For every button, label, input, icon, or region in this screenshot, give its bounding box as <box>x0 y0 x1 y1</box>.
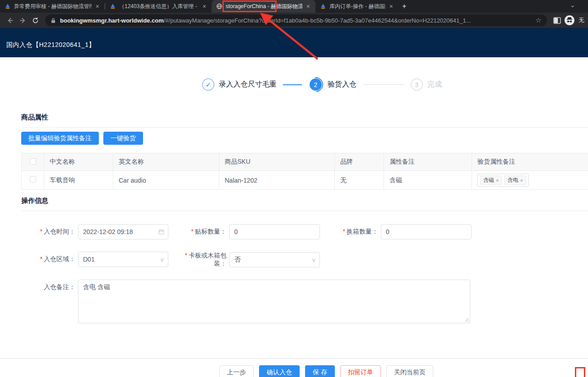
cell-cn-name: 车载音响 <box>44 171 113 190</box>
required-mark: * <box>40 228 42 235</box>
cell-brand: 无 <box>335 171 384 190</box>
tab-warehouse-order[interactable]: 库内订单-操作 - 赫德国际物流管 × <box>315 0 398 13</box>
col-check-attr-note: 验货属性备注 <box>472 153 588 171</box>
col-attr-note: 属性备注 <box>384 153 472 171</box>
field-storage-area: *入仓区域： ∨ <box>18 252 168 267</box>
one-click-inspect-button[interactable]: 一键验货 <box>103 132 143 145</box>
cell-attr-note: 含磁 <box>384 171 472 190</box>
footer-buttons: 上一步 确认入仓 保 存 扣留订单 关闭当前页 <box>219 365 433 377</box>
forward-icon[interactable] <box>16 14 29 27</box>
required-mark: * <box>343 228 345 235</box>
section-divider <box>21 211 588 211</box>
field-label-qty: *贴标数量： <box>190 224 320 239</box>
tag-close-icon[interactable]: × <box>496 178 499 183</box>
close-current-page-button[interactable]: 关闭当前页 <box>386 365 433 377</box>
cell-sku: Nalan-1202 <box>219 171 335 190</box>
tab-title-rest: - 赫德国际物流 <box>266 3 302 9</box>
label-qty-input[interactable] <box>229 224 320 239</box>
field-box-change-qty: *换箱数量： <box>341 224 472 239</box>
field-label: *入仓时间： <box>18 228 78 236</box>
main-content: ✓ 录入入仓尺寸毛重 2 验货入仓 3 完成 商品属性 批量编辑验货属性备注 一… <box>0 57 588 377</box>
hart-logo-favicon <box>5 3 11 9</box>
url-text: bookingwmsmgr.hart-worldwide.com/#/putaw… <box>60 17 532 24</box>
storage-time-input[interactable] <box>78 224 168 239</box>
step-enter-size-weight: ✓ 录入入仓尺寸毛重 <box>202 78 277 91</box>
stepper: ✓ 录入入仓尺寸毛重 2 验货入仓 3 完成 <box>28 77 588 92</box>
section-divider <box>21 127 588 128</box>
pallet-wooden-box-select[interactable] <box>229 252 320 267</box>
profile-label: 无 <box>579 16 584 24</box>
field-label: *卡板或木箱包装： <box>174 252 229 268</box>
check-attr-tags-input[interactable]: 含磁× 含电× <box>477 174 529 187</box>
url-domain: bookingwmsmgr.hart-worldwide.com <box>60 17 164 24</box>
footer-divider <box>0 358 588 359</box>
tag-label: 含电 <box>507 176 518 184</box>
box-change-qty-input[interactable] <box>381 224 472 239</box>
chevron-down-icon[interactable]: ⌄ <box>569 1 575 9</box>
step-label: 验货入仓 <box>328 80 357 89</box>
page-title: 国内入仓【H2212020641_1】 <box>6 41 95 49</box>
reload-icon[interactable] <box>29 14 42 27</box>
storage-remark-text: 含电 含磁 <box>83 283 110 290</box>
field-label: *贴标数量： <box>190 228 229 236</box>
close-icon[interactable]: × <box>95 3 100 9</box>
batch-edit-check-notes-button[interactable]: 批量编辑验货属性备注 <box>21 132 99 145</box>
url-path: /#/putawayManage/storageForChina?orderId… <box>164 17 471 24</box>
field-storage-time: *入仓时间： <box>18 224 168 239</box>
detain-order-button[interactable]: 扣留订单 <box>340 365 381 377</box>
section-title-operation-info: 操作信息 <box>21 197 48 205</box>
hart-logo-favicon <box>110 3 116 9</box>
tab-title: 库内订单-操作 - 赫德国际物流管 <box>329 3 385 10</box>
col-brand: 品牌 <box>335 153 384 171</box>
field-storage-remark: 入仓备注： 含电 含磁 <box>18 280 470 323</box>
tab-title: （12403条推送信息）入库管理 - <box>119 3 199 10</box>
confirm-storage-button[interactable]: 确认入仓 <box>259 365 300 377</box>
close-icon[interactable]: × <box>306 3 311 9</box>
new-tab-button[interactable]: + <box>398 0 410 13</box>
row-checkbox[interactable] <box>30 176 36 183</box>
back-icon[interactable] <box>4 14 16 27</box>
field-label: *换箱数量： <box>341 228 381 236</box>
step-number: 3 <box>411 78 423 91</box>
step-number: 2 <box>310 78 322 91</box>
annotation-red-square <box>575 367 585 377</box>
tab-exception-fee-review[interactable]: 异常费用审核 - 赫德国际物流管理 × <box>0 0 105 13</box>
address-bar[interactable]: bookingwmsmgr.hart-worldwide.com/#/putaw… <box>45 14 547 26</box>
storage-area-select[interactable] <box>78 252 168 267</box>
resize-handle[interactable] <box>464 317 469 322</box>
incognito-avatar-icon[interactable] <box>563 14 576 27</box>
required-mark: * <box>185 252 187 259</box>
close-icon[interactable]: × <box>202 3 207 9</box>
storage-remark-textarea[interactable]: 含电 含磁 <box>78 280 470 323</box>
bookmark-star-icon[interactable]: ☆ <box>536 16 542 24</box>
tab-title-highlighted: storageForChina <box>226 3 266 9</box>
prev-step-button[interactable]: 上一步 <box>219 365 254 377</box>
globe-icon <box>216 3 222 9</box>
tag-magnetic: 含磁× <box>480 175 502 185</box>
required-mark: * <box>40 255 42 262</box>
step-connector-todo <box>363 84 404 85</box>
tag-close-icon[interactable]: × <box>520 178 523 183</box>
page-title-bar: 国内入仓【H2212020641_1】 <box>0 28 588 57</box>
close-icon[interactable]: × <box>389 3 394 9</box>
tab-storage-for-china[interactable]: storageForChina - 赫德国际物流 × <box>212 0 315 13</box>
step-complete: 3 完成 <box>411 78 442 91</box>
side-panel-icon[interactable] <box>551 14 563 27</box>
check-icon: ✓ <box>202 78 214 91</box>
col-en-name: 英文名称 <box>113 153 219 171</box>
section-title-product-attrs: 商品属性 <box>21 113 48 122</box>
required-mark: * <box>191 228 194 235</box>
save-button[interactable]: 保 存 <box>305 365 335 377</box>
col-cn-name: 中文名称 <box>44 153 113 171</box>
tag-battery: 含电× <box>504 175 526 185</box>
table-row: 车载音响 Car audio Nalan-1202 无 含磁 含磁× 含电× <box>22 171 588 190</box>
browser-tab-strip: 异常费用审核 - 赫德国际物流管理 × （12403条推送信息）入库管理 - ×… <box>0 0 588 13</box>
step-label: 录入入仓尺寸毛重 <box>219 80 277 89</box>
col-sku: 商品SKU <box>219 153 335 171</box>
product-toolbar: 批量编辑验货属性备注 一键验货 <box>21 132 143 145</box>
step-inspect-storage: 2 验货入仓 <box>308 77 357 92</box>
tab-inbound-manage[interactable]: （12403条推送信息）入库管理 - × <box>105 0 212 13</box>
step-connector-done <box>283 84 302 85</box>
select-all-checkbox[interactable] <box>30 158 36 165</box>
tag-label: 含磁 <box>483 176 494 184</box>
